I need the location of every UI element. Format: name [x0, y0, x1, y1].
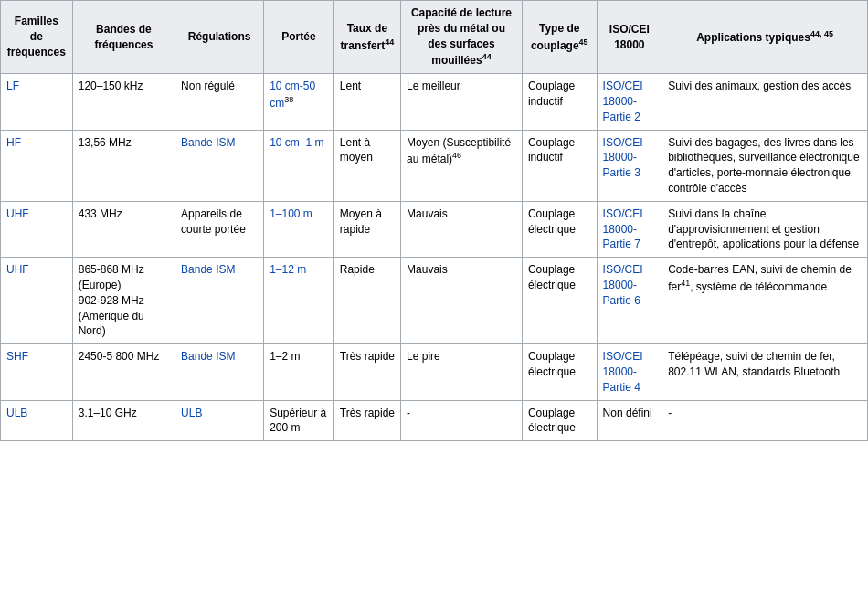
cell-apps: Suivi dans la chaîne d'approvisionnement…: [662, 201, 868, 257]
header-portee: Portée: [264, 1, 334, 74]
cell-taux: Très rapide: [333, 344, 400, 400]
cell-famille: LF: [1, 74, 73, 130]
portee-link[interactable]: 10 cm–1 m: [270, 136, 323, 149]
cell-regs: Appareils de courte portée: [175, 201, 264, 257]
cell-famille: ULB: [1, 400, 73, 441]
cell-taux: Lent: [333, 74, 400, 130]
regs-link[interactable]: Bande ISM: [181, 136, 235, 149]
cell-bandes: 2450-5 800 MHz: [72, 344, 175, 400]
famille-link[interactable]: UHF: [6, 263, 29, 276]
cell-capacite: Le pire: [401, 344, 523, 400]
cell-regs: ULB: [175, 400, 264, 441]
cell-famille: UHF: [1, 201, 73, 257]
cell-portee: 1–12 m: [264, 258, 334, 344]
cell-regs: Bande ISM: [175, 344, 264, 400]
famille-link[interactable]: SHF: [6, 350, 28, 363]
cell-iso: ISO/CEI 18000-Partie 4: [597, 344, 662, 400]
cell-iso: ISO/CEI 18000-Partie 3: [597, 130, 662, 201]
cell-bandes: 865-868 MHz (Europe)902-928 MHz (Amériqu…: [72, 258, 175, 344]
famille-link[interactable]: UHF: [6, 207, 29, 220]
iso-link[interactable]: ISO/CEI 18000-Partie 7: [603, 207, 643, 251]
cell-apps: Code-barres EAN, suivi de chemin de fer4…: [662, 258, 868, 344]
portee-link[interactable]: 1–100 m: [270, 207, 312, 220]
cell-portee: Supérieur à 200 m: [264, 400, 334, 441]
cell-type: Couplage électrique: [522, 201, 597, 257]
cell-apps: -: [662, 400, 868, 441]
cell-type: Couplage inductif: [522, 74, 597, 130]
table-row: ULB3.1–10 GHzULBSupérieur à 200 mTrès ra…: [1, 400, 868, 441]
header-iso: ISO/CEI 18000: [597, 1, 662, 74]
famille-link[interactable]: HF: [6, 136, 21, 149]
famille-link[interactable]: LF: [6, 79, 19, 92]
iso-link[interactable]: ISO/CEI 18000-Partie 4: [603, 350, 643, 394]
cell-famille: UHF: [1, 258, 73, 344]
regs-link[interactable]: ULB: [181, 407, 202, 419]
cell-portee: 10 cm–1 m: [264, 130, 334, 201]
header-bandes: Bandes de fréquences: [72, 1, 175, 74]
header-apps: Applications typiques44, 45: [662, 1, 868, 74]
header-taux: Taux de transfert44: [333, 1, 400, 74]
cell-bandes: 13,56 MHz: [72, 130, 175, 201]
rfid-comparison-table: Famillesdefréquences Bandes de fréquence…: [0, 0, 868, 441]
cell-taux: Rapide: [333, 258, 400, 344]
cell-famille: SHF: [1, 344, 73, 400]
cell-iso: ISO/CEI 18000-Partie 7: [597, 201, 662, 257]
cell-iso: Non défini: [597, 400, 662, 441]
iso-link[interactable]: ISO/CEI 18000-Partie 2: [603, 79, 643, 123]
regs-link[interactable]: Bande ISM: [181, 350, 235, 363]
cell-type: Couplage électrique: [522, 344, 597, 400]
cell-bandes: 433 MHz: [72, 201, 175, 257]
cell-regs: Bande ISM: [175, 258, 264, 344]
rfid-table-container: Famillesdefréquences Bandes de fréquence…: [0, 0, 868, 441]
cell-type: Couplage électrique: [522, 258, 597, 344]
cell-capacite: Le meilleur: [401, 74, 523, 130]
cell-apps: Télépéage, suivi de chemin de fer, 802.1…: [662, 344, 868, 400]
table-row: HF13,56 MHzBande ISM10 cm–1 mLent à moye…: [1, 130, 868, 201]
header-type: Type de couplage45: [522, 1, 597, 74]
cell-portee: 1–2 m: [264, 344, 334, 400]
cell-famille: HF: [1, 130, 73, 201]
cell-taux: Lent à moyen: [333, 130, 400, 201]
cell-type: Couplage inductif: [522, 130, 597, 201]
cell-bandes: 3.1–10 GHz: [72, 400, 175, 441]
header-capacite: Capacité de lecture près du métal ou des…: [401, 1, 523, 74]
header-famille: Famillesdefréquences: [1, 1, 73, 74]
cell-portee: 1–100 m: [264, 201, 334, 257]
regs-link[interactable]: Bande ISM: [181, 263, 235, 276]
iso-link[interactable]: ISO/CEI 18000-Partie 3: [603, 136, 643, 180]
cell-apps: Suivi des animaux, gestion des accès: [662, 74, 868, 130]
cell-taux: Moyen à rapide: [333, 201, 400, 257]
portee-link[interactable]: 1–12 m: [270, 263, 306, 276]
table-row: UHF865-868 MHz (Europe)902-928 MHz (Amér…: [1, 258, 868, 344]
cell-capacite: Mauvais: [401, 201, 523, 257]
cell-capacite: Mauvais: [401, 258, 523, 344]
table-row: LF120–150 kHzNon régulé10 cm-50 cm38Lent…: [1, 74, 868, 130]
cell-capacite: Moyen (Susceptibilité au métal)46: [401, 130, 523, 201]
cell-bandes: 120–150 kHz: [72, 74, 175, 130]
famille-link[interactable]: ULB: [6, 407, 27, 419]
table-row: SHF2450-5 800 MHzBande ISM1–2 mTrès rapi…: [1, 344, 868, 400]
cell-apps: Suivi des bagages, des livres dans les b…: [662, 130, 868, 201]
cell-capacite: -: [401, 400, 523, 441]
cell-regs: Non régulé: [175, 74, 264, 130]
cell-portee: 10 cm-50 cm38: [264, 74, 334, 130]
table-row: UHF433 MHzAppareils de courte portée1–10…: [1, 201, 868, 257]
cell-type: Couplage électrique: [522, 400, 597, 441]
cell-taux: Très rapide: [333, 400, 400, 441]
iso-link[interactable]: ISO/CEI 18000-Partie 6: [603, 263, 643, 307]
header-regs: Régulations: [175, 1, 264, 74]
cell-regs: Bande ISM: [175, 130, 264, 201]
cell-iso: ISO/CEI 18000-Partie 2: [597, 74, 662, 130]
cell-iso: ISO/CEI 18000-Partie 6: [597, 258, 662, 344]
